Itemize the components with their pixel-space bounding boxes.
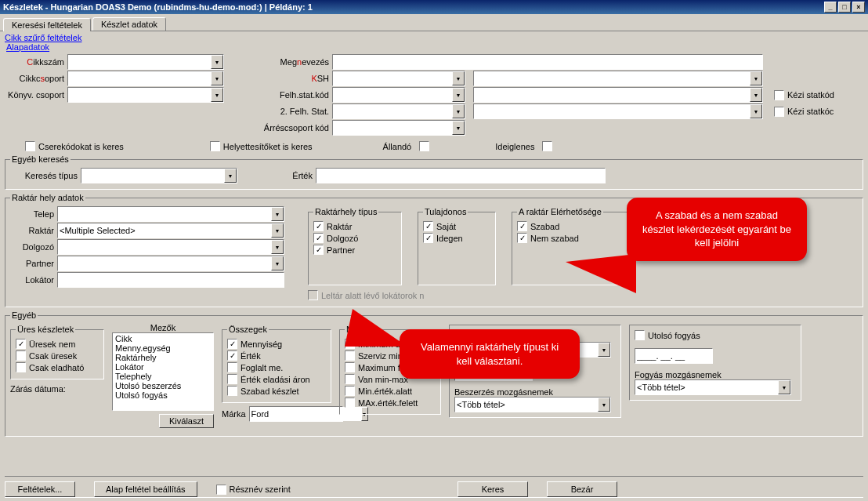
- list-item[interactable]: Cikk: [114, 334, 212, 343]
- chevron-down-icon[interactable]: ▼: [598, 398, 610, 412]
- marka-input[interactable]: ▼: [249, 406, 343, 422]
- csakures-checkbox[interactable]: [16, 350, 26, 361]
- tab-stock[interactable]: Készlet adatok: [92, 17, 166, 31]
- elerheto-szabad-checkbox[interactable]: [517, 221, 527, 231]
- oss-ertek-label: Érték: [241, 351, 261, 361]
- cikkszam-input[interactable]: ▼: [67, 54, 224, 70]
- chevron-down-icon[interactable]: ▼: [271, 240, 284, 254]
- konyvcsoport-input[interactable]: ▼: [67, 87, 224, 103]
- list-item[interactable]: Lokátor: [114, 362, 212, 372]
- alapfeltetel-button[interactable]: Alap feltétel beállítás: [94, 481, 197, 497]
- maximize-icon[interactable]: □: [838, 2, 851, 13]
- fogy-mozgas-input[interactable]: ▼: [635, 379, 791, 395]
- mm-minertek-checkbox[interactable]: [345, 386, 355, 396]
- arrescsoport-input[interactable]: ▼: [332, 120, 465, 136]
- list-item[interactable]: Utolsó fogyás: [114, 390, 212, 400]
- cserekod-checkbox[interactable]: [25, 141, 35, 151]
- uresnem-checkbox[interactable]: [16, 339, 26, 349]
- csakelad-label: Csak eladható: [29, 363, 84, 372]
- keresestipus-label: Keresés típus: [10, 171, 81, 180]
- helyettes-checkbox[interactable]: [210, 141, 220, 151]
- lokator-input[interactable]: [57, 272, 284, 288]
- alapadatok-link[interactable]: Alapadatok: [6, 42, 49, 52]
- chevron-down-icon[interactable]: ▼: [271, 223, 284, 238]
- raktar-input[interactable]: ▼: [57, 223, 284, 238]
- ksh-desc-input[interactable]: ▼: [473, 71, 763, 86]
- bezar-button[interactable]: Bezár: [547, 481, 617, 497]
- telep-input[interactable]: ▼: [57, 206, 284, 222]
- megnevezes-input[interactable]: [332, 54, 763, 70]
- oss-foglalt-checkbox[interactable]: [227, 362, 237, 372]
- filter-link[interactable]: Cikk szűrő feltételek: [5, 33, 81, 42]
- ideiglenes-checkbox[interactable]: [542, 141, 552, 151]
- tulaj-legend: Tulajdonos: [423, 207, 468, 216]
- close-icon[interactable]: ×: [852, 2, 865, 13]
- chevron-down-icon[interactable]: ▼: [750, 104, 762, 118]
- keresestipus-input[interactable]: ▼: [81, 168, 237, 183]
- chevron-down-icon[interactable]: ▼: [598, 343, 610, 357]
- oss-menny-checkbox[interactable]: [227, 339, 237, 349]
- utolsofogy-checkbox[interactable]: [635, 330, 645, 340]
- oss-ertek-checkbox[interactable]: [227, 350, 237, 361]
- chevron-down-icon[interactable]: ▼: [750, 71, 762, 85]
- chevron-down-icon[interactable]: ▼: [211, 55, 223, 69]
- kezistat1-label: Kézi statkód: [787, 90, 834, 100]
- cikkcsoport-input[interactable]: ▼: [67, 71, 224, 86]
- chevron-down-icon[interactable]: ▼: [211, 88, 223, 102]
- chevron-down-icon[interactable]: ▼: [211, 71, 223, 85]
- oss-szabad-checkbox[interactable]: [227, 386, 237, 396]
- felhstat-desc-input[interactable]: ▼: [473, 87, 763, 103]
- allando-checkbox[interactable]: [419, 141, 429, 151]
- fogyas-date-input[interactable]: [635, 348, 713, 364]
- feltetelek-button[interactable]: Feltételek...: [5, 481, 75, 497]
- csakelad-checkbox[interactable]: [16, 362, 26, 372]
- chevron-down-icon[interactable]: ▼: [452, 121, 465, 135]
- mm-szerviz-checkbox[interactable]: [345, 350, 355, 361]
- chevron-down-icon[interactable]: ▼: [452, 104, 465, 118]
- callout-rht: Valamennyi raktárhely típust ki kell vál…: [400, 329, 580, 379]
- mm-vanminmax-checkbox[interactable]: [345, 374, 355, 384]
- chevron-down-icon[interactable]: ▼: [750, 88, 762, 102]
- uresnem-label: Üresek nem: [29, 339, 75, 349]
- chevron-down-icon[interactable]: ▼: [271, 207, 284, 221]
- chevron-down-icon[interactable]: ▼: [778, 380, 790, 394]
- list-item[interactable]: Utolsó beszerzés: [114, 381, 212, 390]
- rht-partner-checkbox[interactable]: [313, 245, 324, 255]
- chevron-down-icon[interactable]: ▼: [452, 71, 465, 85]
- rht-raktar-label: Raktár: [327, 222, 352, 231]
- list-item[interactable]: Telephely: [114, 372, 212, 381]
- kezistat1-checkbox[interactable]: [774, 90, 784, 100]
- mm-maxfelett-checkbox[interactable]: [345, 362, 355, 372]
- felhstat2-input[interactable]: ▼: [332, 103, 465, 119]
- chevron-down-icon[interactable]: ▼: [452, 88, 465, 102]
- ertek-input[interactable]: [316, 168, 606, 183]
- felhstat-input[interactable]: ▼: [332, 87, 465, 103]
- oss-eladasi-checkbox[interactable]: [227, 374, 237, 384]
- tulaj-idegen-checkbox[interactable]: [423, 233, 433, 243]
- mm-maxertek-checkbox[interactable]: [345, 398, 355, 408]
- minimize-icon[interactable]: _: [824, 2, 837, 13]
- chevron-down-icon[interactable]: ▼: [224, 169, 237, 183]
- keres-button[interactable]: Keres: [458, 481, 528, 497]
- besz-mozgas-input[interactable]: ▼: [454, 397, 611, 412]
- kezistat2-checkbox[interactable]: [774, 107, 784, 117]
- felhstat2-desc-input[interactable]: ▼: [473, 103, 763, 119]
- rht-partner-label: Partner: [327, 245, 355, 255]
- kivalaszt-button[interactable]: Kiválaszt: [159, 414, 214, 428]
- dolgozo-input[interactable]: ▼: [57, 239, 284, 255]
- mezok-listbox[interactable]: Cikk Menny.egység Raktárhely Lokátor Tel…: [112, 332, 214, 411]
- rht-dolgozo-checkbox[interactable]: [313, 233, 324, 243]
- tab-search[interactable]: Keresési feltételek: [3, 18, 91, 31]
- cikkcsoport-label: Cikkcsoport: [5, 74, 67, 83]
- tulaj-idegen-label: Idegen: [436, 234, 463, 243]
- resznev-checkbox[interactable]: [216, 485, 226, 495]
- list-item[interactable]: Menny.egység: [114, 343, 212, 353]
- rht-raktar-checkbox[interactable]: [313, 221, 324, 231]
- chevron-down-icon[interactable]: ▼: [271, 256, 284, 270]
- list-item[interactable]: Raktárhely: [114, 353, 212, 362]
- elerheto-nemszabad-checkbox[interactable]: [517, 233, 527, 243]
- ksh-input[interactable]: ▼: [332, 71, 465, 86]
- tulaj-sajat-checkbox[interactable]: [423, 221, 433, 231]
- partner-input[interactable]: ▼: [57, 256, 284, 271]
- ertek-label: Érték: [284, 171, 316, 180]
